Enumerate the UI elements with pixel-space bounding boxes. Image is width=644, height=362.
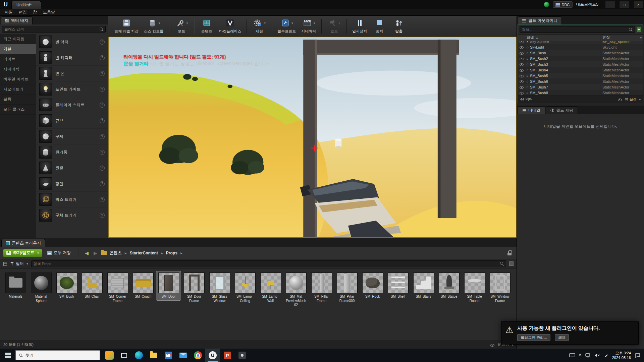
outliner-view-options-button[interactable]: 뷰 옵션 ▾ (618, 97, 641, 102)
menu-edit[interactable]: 편집 (16, 9, 30, 15)
dismiss-button[interactable]: 해제 (555, 334, 569, 341)
minimize-button[interactable]: – (605, 1, 615, 8)
app-icon-edge[interactable] (131, 349, 146, 362)
outliner-row[interactable]: ☼SkyLightSkyLight (518, 44, 643, 50)
place-item-cylinder[interactable]: 원기둥 ? (36, 144, 108, 160)
place-item-sphere[interactable]: 구체 ? (36, 129, 108, 144)
place-item-cube[interactable]: 큐브 ? (36, 113, 108, 129)
sources-panel-icon[interactable] (3, 262, 7, 266)
network-icon[interactable] (585, 353, 590, 358)
visibility-eye-icon[interactable] (519, 79, 524, 83)
category-all-classes[interactable]: 모든 클래스 (0, 105, 36, 115)
asset-tile[interactable]: Materials (3, 271, 28, 300)
outliner-row[interactable]: ⌂SM_BushStaticMeshActor (518, 50, 643, 56)
breadcrumb-content[interactable]: 콘텐츠 (110, 250, 122, 256)
help-icon[interactable]: ? (100, 118, 105, 123)
asset-tile[interactable]: SM_Corner Frame (105, 271, 130, 304)
help-icon[interactable]: ? (100, 213, 105, 218)
asset-tile[interactable]: SM_Mat PreviewMesh 02 (284, 271, 308, 309)
column-type[interactable]: 유형 ▾ (600, 35, 643, 40)
outliner-search-box[interactable] (520, 26, 635, 33)
visibility-eye-icon[interactable] (519, 73, 524, 78)
path-folder-icon[interactable] (101, 251, 107, 255)
outliner-search-input[interactable] (522, 27, 627, 32)
help-icon[interactable]: ? (100, 55, 105, 60)
asset-tile[interactable]: SM_Statue (437, 271, 461, 300)
blueprints-button[interactable]: ▾ 블루프린트 (275, 17, 298, 35)
help-icon[interactable]: ? (100, 71, 105, 76)
app-icon-store[interactable] (161, 349, 176, 362)
outliner-row[interactable]: ⌂SM_Bush7StaticMeshActor (518, 84, 643, 90)
add-import-button[interactable]: 추가/임포트 ▾ (3, 249, 42, 257)
asset-tile[interactable]: SM_Bush (54, 271, 79, 300)
asset-tile[interactable]: SM_Table Round (462, 271, 487, 304)
outliner-row[interactable]: ⌂SM_Bush6StaticMeshActor (518, 78, 643, 84)
asset-search-box[interactable] (31, 260, 506, 267)
category-visual-effects[interactable]: 비주얼 이펙트 (0, 74, 36, 84)
stop-button[interactable]: 중지 (370, 17, 389, 35)
taskbar-search-box[interactable]: 찾기 (15, 350, 100, 360)
asset-tile[interactable]: SM_Stairs (411, 271, 436, 300)
tray-expand-chevron-icon[interactable]: ^ (579, 353, 581, 358)
asset-tile[interactable]: SM_Door Frame (182, 271, 206, 304)
volume-muted-icon[interactable] (594, 353, 600, 358)
help-icon[interactable]: ? (100, 103, 105, 108)
class-search-box[interactable] (2, 26, 106, 33)
place-item-cone[interactable]: 원뿔 ? (36, 160, 108, 176)
place-item-empty-character[interactable]: 빈 캐릭터 ? (36, 50, 108, 66)
help-icon[interactable]: ? (100, 181, 105, 186)
help-icon[interactable]: ? (100, 197, 105, 202)
content-button[interactable]: 콘텐츠 (197, 17, 216, 35)
category-basic[interactable]: 기본 (0, 44, 36, 54)
pause-button[interactable]: 일시정지 (350, 17, 369, 35)
outliner-row[interactable]: ⌂SM_Bush2StaticMeshActor (518, 56, 643, 61)
save-all-button[interactable]: 모두 저장 (45, 249, 73, 257)
lock-icon[interactable] (507, 250, 512, 255)
marketplace-button[interactable]: 마켓플레이스 (217, 17, 244, 35)
settings-button[interactable]: ▾ 세팅 (250, 17, 269, 35)
class-search-input[interactable] (4, 27, 98, 31)
place-item-player-start[interactable]: 플레이어 스타트 ? (36, 97, 108, 113)
asset-tile[interactable]: SM_Rock (360, 271, 385, 300)
asset-tile[interactable]: SM_Pillar Frame (309, 271, 334, 304)
outliner-row[interactable]: ⌂SM_Bush8StaticMeshActor (518, 90, 643, 96)
asset-tile[interactable]: SM_Lamp_ Ceiling (233, 271, 257, 304)
visibility-eye-icon[interactable] (519, 85, 524, 89)
visibility-eye-icon[interactable] (519, 68, 524, 72)
app-icon-powerpoint[interactable]: P (220, 349, 235, 362)
help-icon[interactable]: ? (100, 166, 105, 171)
category-geometry[interactable]: 지오메트리 (0, 84, 36, 95)
visibility-eye-icon[interactable] (519, 41, 524, 44)
content-browser-tab[interactable]: 콘텐츠 브라우저 (1, 239, 45, 247)
filter-button[interactable]: 필터 ▾ (10, 261, 28, 266)
launcher-status-icon[interactable] (544, 2, 549, 7)
place-item-sphere-trigger[interactable]: 구체 트리거 ? (36, 207, 108, 223)
touch-keyboard-icon[interactable] (569, 353, 575, 358)
navigate-back-button[interactable]: ◀ (84, 250, 90, 256)
manage-plugins-button[interactable]: 플러그인 관리... (517, 334, 550, 341)
eject-button[interactable]: 탈출 (389, 17, 408, 35)
help-icon[interactable]: ? (100, 40, 105, 45)
details-tab[interactable]: 디테일 (518, 106, 545, 114)
maximize-button[interactable]: □ (619, 1, 629, 8)
asset-tile[interactable]: SM_Glass Window (207, 271, 232, 304)
help-icon[interactable]: ? (100, 150, 105, 155)
app-icon-chrome[interactable] (191, 349, 205, 362)
save-search-icon[interactable] (509, 261, 514, 266)
level-viewport[interactable]: 라이팅을 다시 빌드해야 합니다 (빌드 필요: 91개) 문을 열거라 시지를… (108, 37, 517, 238)
taskbar-clock[interactable]: 오후 3:24 2024-05-16 (612, 351, 631, 360)
asset-tile[interactable]: SM_Couch (131, 271, 155, 300)
world-settings-tab[interactable]: 월드 세팅 (546, 106, 578, 114)
source-control-button[interactable]: ▾ 소스 컨트롤 (142, 17, 166, 35)
outliner-row[interactable]: ●Sky SphereBP_Sky_Sphere (518, 41, 643, 44)
category-volumes[interactable]: 볼륨 (0, 95, 36, 105)
place-item-plane[interactable]: 평면 ? (36, 176, 108, 192)
menu-file[interactable]: 파일 (2, 9, 15, 15)
place-item-box-trigger[interactable]: 박스 트리거 ? (36, 192, 108, 207)
navigate-forward-button[interactable]: ▶ (93, 250, 98, 256)
visibility-eye-icon[interactable] (519, 56, 524, 61)
visibility-eye-icon[interactable] (519, 51, 524, 55)
help-icon[interactable]: ? (100, 134, 105, 139)
news-widget-button[interactable] (102, 349, 117, 362)
start-button[interactable] (0, 349, 15, 362)
